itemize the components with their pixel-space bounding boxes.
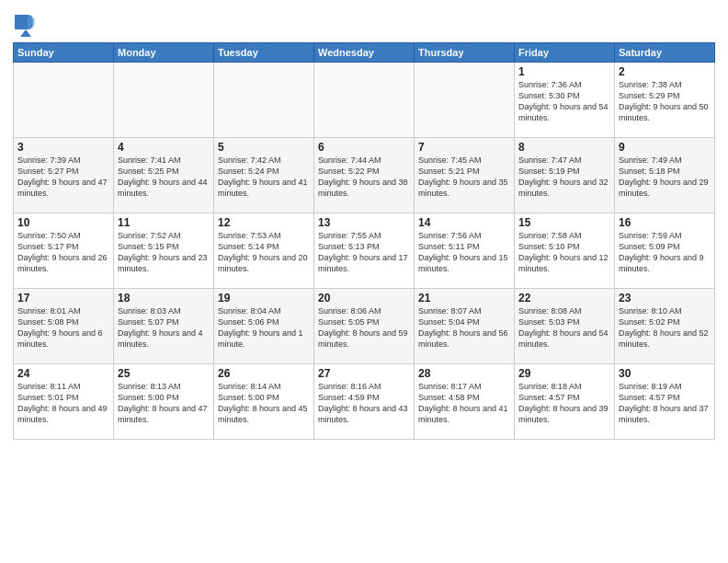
- calendar-cell: 29Sunrise: 8:18 AM Sunset: 4:57 PM Dayli…: [515, 364, 615, 440]
- svg-marker-0: [20, 29, 31, 37]
- calendar-cell: 12Sunrise: 7:53 AM Sunset: 5:14 PM Dayli…: [214, 213, 314, 289]
- calendar-cell: 15Sunrise: 7:58 AM Sunset: 5:10 PM Dayli…: [515, 213, 615, 289]
- cell-info: Sunrise: 7:42 AM Sunset: 5:24 PM Dayligh…: [218, 155, 310, 200]
- calendar-cell: [214, 63, 314, 138]
- week-row-1: 1Sunrise: 7:36 AM Sunset: 5:30 PM Daylig…: [14, 63, 715, 138]
- cell-info: Sunrise: 8:11 AM Sunset: 5:01 PM Dayligh…: [17, 381, 109, 426]
- header: [13, 9, 715, 39]
- cell-info: Sunrise: 8:01 AM Sunset: 5:08 PM Dayligh…: [17, 305, 109, 350]
- calendar-cell: 24Sunrise: 8:11 AM Sunset: 5:01 PM Dayli…: [14, 364, 114, 440]
- calendar-cell: 18Sunrise: 8:03 AM Sunset: 5:07 PM Dayli…: [114, 289, 214, 364]
- cell-info: Sunrise: 7:58 AM Sunset: 5:10 PM Dayligh…: [518, 230, 610, 275]
- weekday-header-thursday: Thursday: [415, 43, 515, 63]
- calendar-cell: 27Sunrise: 8:16 AM Sunset: 4:59 PM Dayli…: [314, 364, 415, 440]
- calendar-cell: 28Sunrise: 8:17 AM Sunset: 4:58 PM Dayli…: [415, 364, 515, 440]
- cell-info: Sunrise: 8:17 AM Sunset: 4:58 PM Dayligh…: [418, 381, 510, 426]
- day-number: 19: [218, 292, 310, 304]
- calendar-cell: 5Sunrise: 7:42 AM Sunset: 5:24 PM Daylig…: [214, 138, 314, 213]
- calendar-cell: [114, 63, 214, 138]
- day-number: 5: [218, 141, 310, 154]
- calendar-cell: 7Sunrise: 7:45 AM Sunset: 5:21 PM Daylig…: [415, 138, 515, 213]
- calendar-cell: 3Sunrise: 7:39 AM Sunset: 5:27 PM Daylig…: [14, 138, 114, 213]
- cell-info: Sunrise: 7:55 AM Sunset: 5:13 PM Dayligh…: [318, 230, 410, 275]
- day-number: 13: [318, 216, 410, 229]
- calendar-cell: 9Sunrise: 7:49 AM Sunset: 5:18 PM Daylig…: [615, 138, 715, 213]
- logo: [13, 13, 37, 39]
- cell-info: Sunrise: 8:16 AM Sunset: 4:59 PM Dayligh…: [318, 381, 410, 426]
- day-number: 7: [418, 141, 510, 154]
- cell-info: Sunrise: 8:07 AM Sunset: 5:04 PM Dayligh…: [418, 305, 510, 350]
- cell-info: Sunrise: 8:03 AM Sunset: 5:07 PM Dayligh…: [118, 305, 210, 350]
- calendar-cell: 19Sunrise: 8:04 AM Sunset: 5:06 PM Dayli…: [214, 289, 314, 364]
- day-number: 4: [118, 141, 210, 154]
- day-number: 23: [619, 292, 711, 304]
- cell-info: Sunrise: 7:49 AM Sunset: 5:18 PM Dayligh…: [619, 155, 711, 200]
- cell-info: Sunrise: 7:50 AM Sunset: 5:17 PM Dayligh…: [17, 230, 109, 275]
- cell-info: Sunrise: 7:38 AM Sunset: 5:29 PM Dayligh…: [619, 79, 711, 124]
- calendar-cell: 4Sunrise: 7:41 AM Sunset: 5:25 PM Daylig…: [114, 138, 214, 213]
- week-row-2: 3Sunrise: 7:39 AM Sunset: 5:27 PM Daylig…: [14, 138, 715, 213]
- calendar-cell: 6Sunrise: 7:44 AM Sunset: 5:22 PM Daylig…: [314, 138, 415, 213]
- day-number: 8: [518, 141, 610, 154]
- weekday-header-monday: Monday: [114, 43, 214, 63]
- calendar-cell: 22Sunrise: 8:08 AM Sunset: 5:03 PM Dayli…: [515, 289, 615, 364]
- calendar-cell: 23Sunrise: 8:10 AM Sunset: 5:02 PM Dayli…: [615, 289, 715, 364]
- calendar-table: SundayMondayTuesdayWednesdayThursdayFrid…: [13, 42, 715, 440]
- calendar-cell: 11Sunrise: 7:52 AM Sunset: 5:15 PM Dayli…: [114, 213, 214, 289]
- weekday-header-sunday: Sunday: [14, 43, 114, 63]
- cell-info: Sunrise: 7:56 AM Sunset: 5:11 PM Dayligh…: [418, 230, 510, 275]
- cell-info: Sunrise: 7:52 AM Sunset: 5:15 PM Dayligh…: [118, 230, 210, 275]
- calendar-cell: 16Sunrise: 7:59 AM Sunset: 5:09 PM Dayli…: [615, 213, 715, 289]
- day-number: 10: [17, 216, 109, 229]
- day-number: 29: [518, 367, 610, 380]
- day-number: 30: [619, 367, 711, 380]
- cell-info: Sunrise: 8:08 AM Sunset: 5:03 PM Dayligh…: [518, 305, 610, 350]
- day-number: 2: [619, 65, 711, 78]
- cell-info: Sunrise: 7:47 AM Sunset: 5:19 PM Dayligh…: [518, 155, 610, 200]
- day-number: 3: [17, 141, 109, 154]
- calendar-cell: 20Sunrise: 8:06 AM Sunset: 5:05 PM Dayli…: [314, 289, 415, 364]
- cell-info: Sunrise: 8:19 AM Sunset: 4:57 PM Dayligh…: [619, 381, 711, 426]
- calendar-cell: 30Sunrise: 8:19 AM Sunset: 4:57 PM Dayli…: [615, 364, 715, 440]
- day-number: 14: [418, 216, 510, 229]
- calendar-cell: 13Sunrise: 7:55 AM Sunset: 5:13 PM Dayli…: [314, 213, 415, 289]
- week-row-4: 17Sunrise: 8:01 AM Sunset: 5:08 PM Dayli…: [14, 289, 715, 364]
- day-number: 1: [518, 65, 610, 78]
- day-number: 24: [17, 367, 109, 380]
- day-number: 9: [619, 141, 711, 154]
- cell-info: Sunrise: 8:18 AM Sunset: 4:57 PM Dayligh…: [518, 381, 610, 426]
- calendar-cell: [14, 63, 114, 138]
- day-number: 26: [218, 367, 310, 380]
- calendar-cell: 10Sunrise: 7:50 AM Sunset: 5:17 PM Dayli…: [14, 213, 114, 289]
- day-number: 22: [518, 292, 610, 304]
- calendar-page: SundayMondayTuesdayWednesdayThursdayFrid…: [0, 0, 728, 563]
- calendar-cell: 25Sunrise: 8:13 AM Sunset: 5:00 PM Dayli…: [114, 364, 214, 440]
- day-number: 21: [418, 292, 510, 304]
- calendar-cell: 26Sunrise: 8:14 AM Sunset: 5:00 PM Dayli…: [214, 364, 314, 440]
- day-number: 15: [518, 216, 610, 229]
- calendar-cell: 8Sunrise: 7:47 AM Sunset: 5:19 PM Daylig…: [515, 138, 615, 213]
- day-number: 17: [17, 292, 109, 304]
- day-number: 28: [418, 367, 510, 380]
- weekday-header-tuesday: Tuesday: [214, 43, 314, 63]
- cell-info: Sunrise: 8:14 AM Sunset: 5:00 PM Dayligh…: [218, 381, 310, 426]
- day-number: 25: [118, 367, 210, 380]
- day-number: 18: [118, 292, 210, 304]
- day-number: 11: [118, 216, 210, 229]
- calendar-cell: 17Sunrise: 8:01 AM Sunset: 5:08 PM Dayli…: [14, 289, 114, 364]
- calendar-cell: [314, 63, 415, 138]
- day-number: 27: [318, 367, 410, 380]
- weekday-header-saturday: Saturday: [615, 43, 715, 63]
- cell-info: Sunrise: 8:06 AM Sunset: 5:05 PM Dayligh…: [318, 305, 410, 350]
- day-number: 16: [619, 216, 711, 229]
- logo-icon: [13, 13, 35, 39]
- week-row-3: 10Sunrise: 7:50 AM Sunset: 5:17 PM Dayli…: [14, 213, 715, 289]
- calendar-cell: 2Sunrise: 7:38 AM Sunset: 5:29 PM Daylig…: [615, 63, 715, 138]
- cell-info: Sunrise: 7:39 AM Sunset: 5:27 PM Dayligh…: [17, 155, 109, 200]
- day-number: 12: [218, 216, 310, 229]
- weekday-header-friday: Friday: [515, 43, 615, 63]
- cell-info: Sunrise: 8:04 AM Sunset: 5:06 PM Dayligh…: [218, 305, 310, 350]
- calendar-cell: [415, 63, 515, 138]
- day-number: 6: [318, 141, 410, 154]
- cell-info: Sunrise: 7:44 AM Sunset: 5:22 PM Dayligh…: [318, 155, 410, 200]
